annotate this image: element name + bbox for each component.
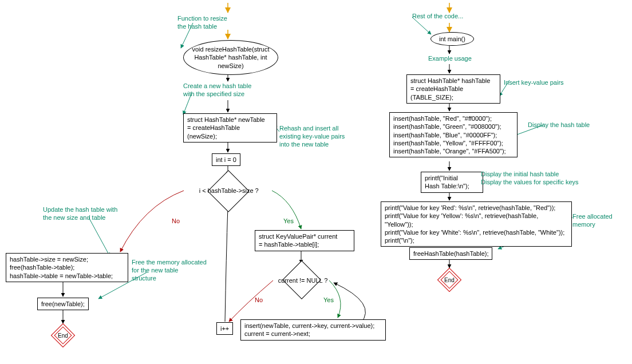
edge-yes-1: Yes (283, 217, 294, 224)
comment-create: Create a new hash table with the specifi… (183, 82, 251, 98)
comment-resize: Function to resize the hash table (177, 15, 227, 31)
node-free-right: freeHashTable(hashTable); (409, 247, 492, 260)
decision-current-null: current != NULL ? (282, 260, 321, 299)
comment-free-mem: Free allocated memory (572, 213, 632, 229)
edge-no-1: No (172, 217, 180, 224)
comment-display-vals: Display the values for specific keys (481, 179, 579, 187)
end-left: End (53, 329, 73, 342)
decision-i-lt-size: i < hashTable->size ? (207, 170, 250, 212)
node-main: int main() (430, 32, 474, 46)
node-print-vals: printf("Value for key 'Red': %s\n", retr… (381, 201, 572, 247)
node-create-newtable: struct HashTable* newTable = createHashT… (183, 113, 277, 143)
node-create-right: struct HashTable* hashTable = createHash… (406, 74, 500, 104)
comment-update: Update the hash table with the new size … (43, 206, 117, 222)
node-free-newtable: free(newTable); (37, 298, 89, 310)
comment-insert-pairs: Insert key-value pairs (504, 79, 564, 87)
comment-display-table: Display the hash table (528, 121, 590, 129)
edge-yes-2: Yes (323, 296, 334, 303)
node-insert-loop: insert(newTable, current->key, current->… (240, 319, 386, 341)
edge-no-2: No (255, 296, 263, 303)
comment-example: Example usage (428, 55, 472, 63)
node-print-init: printf("Initial Hash Table:\n"); (421, 172, 483, 193)
node-current-assign: struct KeyValuePair* current = hashTable… (255, 230, 354, 251)
node-start-left: void resizeHashTable(struct HashTable* h… (183, 40, 278, 75)
comment-display-init: Display the initial hash table (481, 171, 559, 179)
node-update-table: hashTable->size = newSize; free(hashTabl… (6, 253, 128, 282)
end-right: End (440, 274, 459, 286)
svg-line-12 (89, 217, 110, 256)
comment-rest: Rest of the code... (412, 13, 463, 21)
comment-free-struct: Free the memory allocated for the new ta… (132, 259, 207, 282)
node-init-i: int i = 0 (212, 153, 240, 166)
node-inserts: insert(hashTable, "Red", "#ff0000"); ins… (389, 112, 518, 157)
comment-rehash: Rehash and insert all existing key-value… (279, 125, 345, 148)
node-i-incr: i++ (216, 322, 233, 335)
